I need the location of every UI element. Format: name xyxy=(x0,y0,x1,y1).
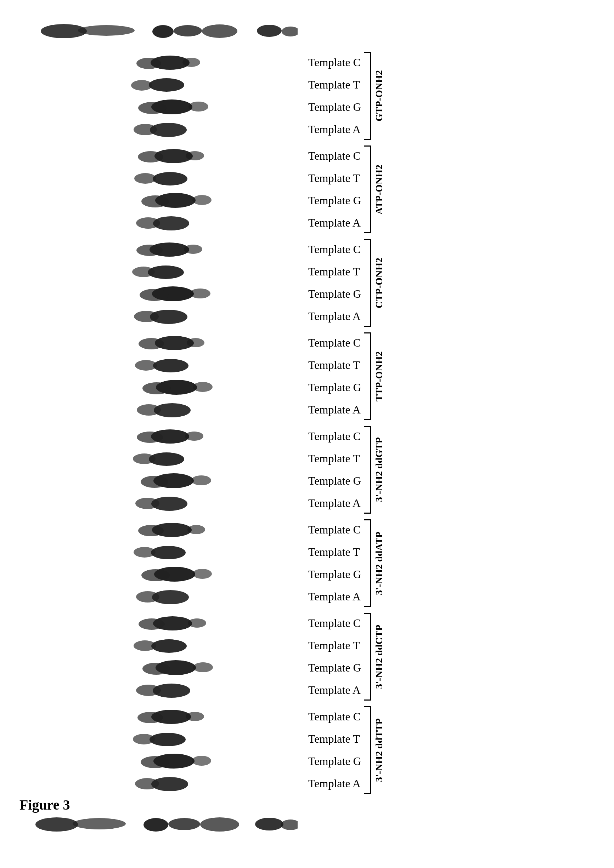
template-text: Template A xyxy=(308,777,361,790)
svg-point-38 xyxy=(132,267,155,277)
template-text: Template G xyxy=(308,474,361,487)
template-text: Template G xyxy=(308,381,361,394)
gel-row xyxy=(28,305,319,327)
gel-row xyxy=(28,398,319,421)
svg-point-58 xyxy=(133,454,155,464)
template-text: Template C xyxy=(308,149,361,163)
svg-point-73 xyxy=(136,591,159,603)
gel-row xyxy=(28,376,319,398)
gel-row xyxy=(28,634,319,657)
template-label-row: Template T xyxy=(308,448,364,470)
svg-point-18 xyxy=(131,80,152,91)
group-3-rows: Template C Template T Template G Templat… xyxy=(308,238,364,327)
svg-point-51 xyxy=(193,382,213,392)
svg-point-88 xyxy=(133,734,155,744)
svg-point-5 xyxy=(257,25,282,37)
svg-point-45 xyxy=(138,338,164,349)
gel-group-ddgtp xyxy=(28,425,319,515)
svg-point-1 xyxy=(78,25,135,36)
svg-point-93 xyxy=(135,778,159,789)
svg-point-91 xyxy=(192,756,211,766)
template-label-row: Template C xyxy=(308,705,364,728)
svg-point-86 xyxy=(186,712,204,721)
group-1-bracket xyxy=(364,52,371,140)
template-label-row: Template A xyxy=(308,398,364,421)
gel-row xyxy=(28,283,319,305)
svg-point-65 xyxy=(138,525,164,536)
group-1-labels: Template C Template T Template G Templat… xyxy=(308,51,387,141)
svg-point-68 xyxy=(134,547,155,558)
svg-point-43 xyxy=(134,311,159,322)
template-label-row: Template C xyxy=(308,425,364,448)
template-text: Template G xyxy=(308,194,361,207)
gel-row xyxy=(28,51,319,74)
svg-point-60 xyxy=(141,476,168,488)
svg-point-4 xyxy=(202,25,237,38)
template-label-row: Template T xyxy=(308,728,364,750)
template-text: Template G xyxy=(308,661,361,674)
group-2-labels: Template C Template T Template G Templat… xyxy=(308,145,387,234)
gel-row xyxy=(28,657,319,679)
svg-point-26 xyxy=(186,151,204,160)
template-label-row: Template G xyxy=(308,283,364,305)
template-label-row: Template G xyxy=(308,96,364,118)
template-label-row: Template C xyxy=(308,332,364,354)
template-label-row: Template A xyxy=(308,586,364,608)
template-label-row: Template A xyxy=(308,212,364,234)
template-text: Template T xyxy=(308,78,360,91)
gel-row xyxy=(28,212,319,234)
group-7-bracket xyxy=(364,613,371,701)
group-7-rows: Template C Template T Template G Templat… xyxy=(308,612,364,701)
gel-row xyxy=(28,679,319,701)
template-text: Template A xyxy=(308,216,361,229)
svg-point-50 xyxy=(142,382,171,394)
svg-point-90 xyxy=(141,756,169,768)
svg-point-80 xyxy=(142,663,170,675)
gel-row xyxy=(28,728,319,750)
svg-point-11 xyxy=(200,817,239,832)
svg-point-48 xyxy=(135,360,157,370)
gel-row xyxy=(28,772,319,795)
group-4-labels: Template C Template T Template G Templat… xyxy=(308,332,387,421)
svg-point-36 xyxy=(184,245,202,254)
svg-point-35 xyxy=(137,245,163,256)
gel-row xyxy=(28,586,319,608)
template-text: Template A xyxy=(308,497,361,510)
svg-point-83 xyxy=(136,685,161,696)
svg-point-78 xyxy=(134,640,156,651)
group-1-rows: Template C Template T Template G Templat… xyxy=(308,51,364,141)
template-text: Template C xyxy=(308,336,361,349)
template-text: Template T xyxy=(308,265,360,278)
gel-row xyxy=(28,612,319,634)
svg-point-76 xyxy=(188,618,206,628)
group-4-bracket xyxy=(364,332,371,420)
template-text: Template C xyxy=(308,56,361,69)
template-label-row: Template G xyxy=(308,750,364,772)
template-text: Template A xyxy=(308,310,361,323)
template-text: Template T xyxy=(308,452,360,465)
template-label-row: Template A xyxy=(308,492,364,515)
gel-row xyxy=(28,332,319,354)
svg-point-23 xyxy=(134,124,157,135)
svg-point-9 xyxy=(143,818,168,832)
template-label-row: Template G xyxy=(308,470,364,492)
group-8-bracket xyxy=(364,706,371,794)
group-6-label-rotated: 3'-NH2 ddATP xyxy=(371,519,387,608)
svg-point-47 xyxy=(153,359,188,372)
svg-point-20 xyxy=(138,102,166,114)
group-5-rows: Template C Template T Template G Templat… xyxy=(308,425,364,515)
svg-point-77 xyxy=(151,639,187,653)
svg-point-25 xyxy=(138,151,163,163)
gel-row xyxy=(28,750,319,772)
template-text: Template A xyxy=(308,684,361,697)
gel-row xyxy=(28,118,319,141)
svg-point-6 xyxy=(282,26,298,36)
gel-row xyxy=(28,74,319,96)
svg-point-63 xyxy=(135,498,159,509)
template-text: Template C xyxy=(308,243,361,256)
group-8-labels: Template C Template T Template G Templat… xyxy=(308,705,387,795)
svg-point-46 xyxy=(187,338,204,347)
svg-point-21 xyxy=(188,102,208,112)
template-label-row: Template T xyxy=(308,74,364,96)
svg-point-85 xyxy=(137,712,163,723)
